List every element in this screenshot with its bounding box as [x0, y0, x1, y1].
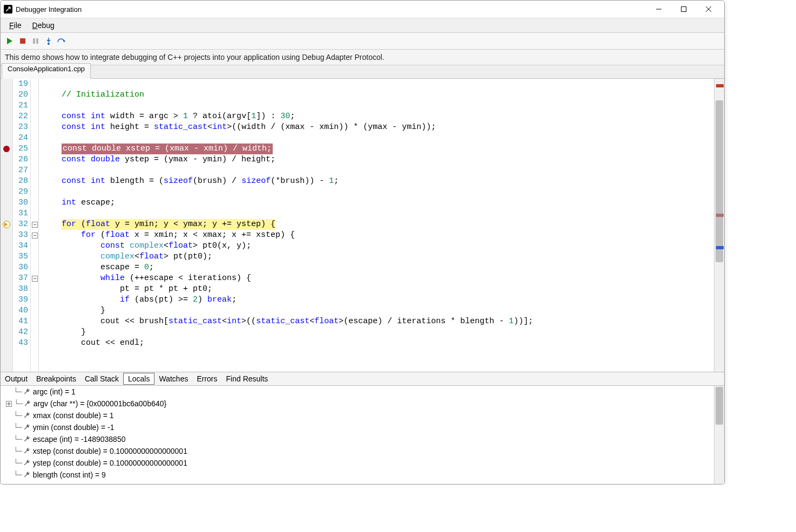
code-line[interactable] — [39, 165, 714, 176]
code-line[interactable]: for (float x = xmin; x < xmax; x += xste… — [39, 230, 714, 241]
app-window: Debugger Integration File Debug This dem… — [0, 0, 725, 485]
panel-tab-errors[interactable]: Errors — [192, 373, 221, 384]
line-number: 23 — [13, 122, 28, 133]
code-area[interactable]: // Initialization const int width = argc… — [39, 79, 714, 372]
breakpoint-gutter[interactable] — [1, 79, 13, 372]
svg-rect-6 — [33, 38, 35, 44]
code-editor[interactable]: 1920212223242526272829303132333435363738… — [1, 79, 724, 372]
code-line[interactable]: const int height = static_cast<int>((wid… — [39, 122, 714, 133]
line-number: 24 — [13, 133, 28, 144]
line-number: 42 — [13, 327, 28, 338]
line-number: 26 — [13, 154, 28, 165]
line-number: 38 — [13, 284, 28, 295]
line-number: 33 — [13, 230, 28, 241]
local-variable-row[interactable]: └─ymin (const double) = -1 — [1, 421, 724, 433]
locals-scroll-thumb[interactable] — [716, 387, 723, 425]
line-number: 19 — [13, 79, 28, 90]
editor-scrollbar[interactable] — [714, 79, 724, 372]
svg-rect-1 — [682, 7, 686, 12]
menu-debug[interactable]: Debug — [27, 20, 60, 31]
wrench-icon — [23, 459, 31, 467]
close-button[interactable] — [696, 1, 721, 18]
code-line[interactable]: pt = pt * pt + pt0; — [39, 284, 714, 295]
code-line[interactable]: cout << endl; — [39, 338, 714, 349]
svg-marker-4 — [7, 38, 12, 44]
file-tab[interactable]: ConsoleApplication1.cpp — [2, 63, 91, 79]
code-line[interactable]: escape = 0; — [39, 262, 714, 273]
code-line[interactable]: const double xstep = (xmax - xmin) / wid… — [39, 144, 714, 154]
line-number-gutter: 1920212223242526272829303132333435363738… — [13, 79, 31, 372]
line-number: 27 — [13, 165, 28, 176]
fold-toggle-icon[interactable] — [32, 276, 38, 282]
wrench-icon — [23, 447, 31, 455]
code-line[interactable]: const int width = argc > 1 ? atoi(argv[1… — [39, 111, 714, 122]
code-line[interactable]: } — [39, 305, 714, 316]
local-variable-row[interactable]: └─xstep (const double) = 0.1000000000000… — [1, 445, 724, 457]
panel-tab-breakpoints[interactable]: Breakpoints — [32, 373, 80, 384]
locals-panel[interactable]: └─argc (int) = 1└─argv (char **) = {0x00… — [1, 386, 724, 484]
code-line[interactable]: cout << brush[static_cast<int>((static_c… — [39, 316, 714, 327]
current-line-marker-icon — [716, 246, 724, 249]
wrench-icon — [23, 400, 31, 408]
svg-rect-7 — [36, 38, 38, 44]
code-line[interactable]: const complex<float> pt0(x, y); — [39, 241, 714, 251]
local-variable-row[interactable]: └─argv (char **) = {0x000001bc6a00b640} — [1, 398, 724, 410]
fold-toggle-icon[interactable] — [32, 222, 38, 228]
toolbar — [1, 33, 724, 50]
code-line[interactable] — [39, 133, 714, 144]
current-line-arrow-icon — [3, 221, 10, 228]
step-over-button[interactable] — [57, 36, 66, 46]
local-variable-text: argv (char **) = {0x000001bc6a00b640} — [33, 399, 166, 408]
code-line[interactable]: int escape; — [39, 197, 714, 208]
code-line[interactable]: complex<float> pt(pt0); — [39, 251, 714, 262]
code-line[interactable] — [39, 100, 714, 111]
fold-gutter[interactable] — [31, 79, 39, 372]
wrench-icon — [23, 435, 31, 444]
code-line[interactable] — [39, 208, 714, 219]
code-line[interactable]: if (abs(pt) >= 2) break; — [39, 295, 714, 305]
wrench-icon — [23, 388, 31, 396]
locals-scrollbar[interactable] — [714, 386, 724, 484]
expand-toggle-icon[interactable] — [6, 401, 12, 407]
local-variable-text: ymin (const double) = -1 — [33, 423, 114, 432]
line-number: 43 — [13, 338, 28, 349]
line-number: 31 — [13, 208, 28, 219]
scroll-thumb[interactable] — [716, 100, 723, 262]
local-variable-row[interactable]: └─escape (int) = -1489038850 — [1, 433, 724, 445]
step-into-button[interactable] — [44, 36, 53, 46]
local-variable-text: xstep (const double) = 0.100000000000000… — [33, 447, 187, 455]
code-line[interactable]: while (++escape < iterations) { — [39, 273, 714, 284]
local-variable-row[interactable]: └─xmax (const double) = 1 — [1, 410, 724, 421]
code-line[interactable]: // Initialization — [39, 90, 714, 100]
stop-button[interactable] — [18, 36, 28, 46]
line-number: 25 — [13, 144, 28, 154]
line-number: 32 — [13, 219, 28, 230]
line-number: 22 — [13, 111, 28, 122]
line-number: 21 — [13, 100, 28, 111]
minimize-button[interactable] — [646, 1, 671, 18]
code-line[interactable]: const double ystep = (ymax - ymin) / hei… — [39, 154, 714, 165]
local-variable-row[interactable]: └─blength (const int) = 9 — [1, 469, 724, 481]
panel-tab-find-results[interactable]: Find Results — [222, 373, 273, 384]
line-number: 36 — [13, 262, 28, 273]
code-line[interactable] — [39, 187, 714, 197]
panel-tab-watches[interactable]: Watches — [154, 373, 192, 384]
maximize-button[interactable] — [671, 1, 696, 18]
code-line[interactable] — [39, 79, 714, 90]
pause-button[interactable] — [31, 36, 41, 46]
local-variable-row[interactable]: └─argc (int) = 1 — [1, 386, 724, 398]
fold-toggle-icon[interactable] — [32, 233, 38, 238]
local-variable-row[interactable]: └─ystep (const double) = 0.1000000000000… — [1, 457, 724, 469]
panel-tab-call-stack[interactable]: Call Stack — [80, 373, 123, 384]
panel-tab-locals[interactable]: Locals — [123, 373, 154, 385]
code-line[interactable]: for (float y = ymin; y < ymax; y += yste… — [39, 219, 714, 230]
run-button[interactable] — [5, 36, 15, 46]
menu-file[interactable]: File — [4, 20, 27, 31]
panel-tab-output[interactable]: Output — [1, 373, 32, 384]
breakpoint-line-marker-icon — [716, 214, 724, 217]
code-line[interactable]: const int blength = (sizeof(brush) / siz… — [39, 176, 714, 187]
breakpoint-icon[interactable] — [3, 146, 10, 152]
line-number: 40 — [13, 305, 28, 316]
code-line[interactable]: } — [39, 327, 714, 338]
local-variable-text: xmax (const double) = 1 — [33, 411, 114, 420]
